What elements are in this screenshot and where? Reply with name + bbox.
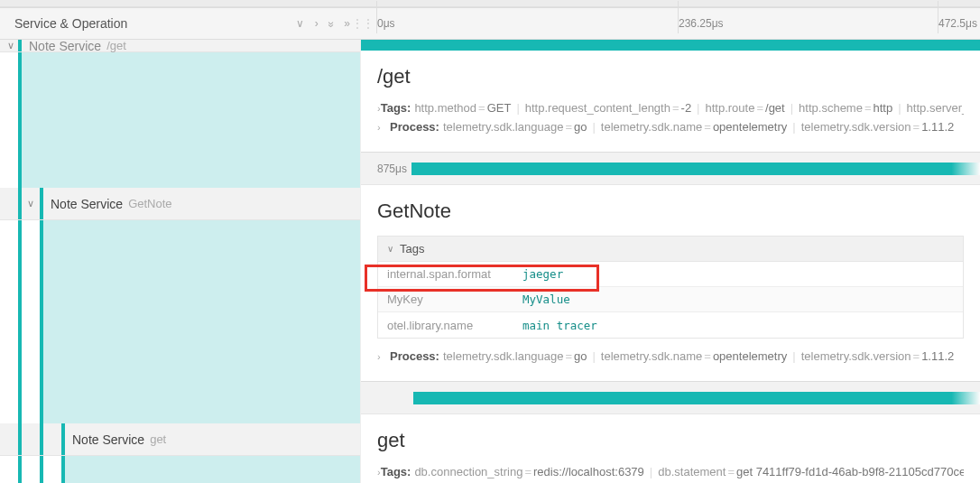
- span-tree: ∨ Note Service /get ∨ Note Service GetNo…: [0, 40, 361, 483]
- timeline-tick: 472.5μs: [938, 17, 977, 30]
- tags-table: internal.span.format jaeger MyKey MyValu…: [377, 261, 964, 339]
- window-chrome-strip: [0, 0, 980, 7]
- span-bar-row: 875μs: [361, 153, 980, 185]
- span-title: get: [377, 429, 964, 452]
- tags-section-header[interactable]: ∨ Tags: [377, 236, 964, 261]
- tag-row[interactable]: internal.span.format jaeger: [378, 262, 963, 287]
- service-label: Note Service: [51, 197, 123, 211]
- span-duration-bar: [411, 163, 980, 175]
- span-detail-panel: /get › Tags: http.method=GET | http.requ…: [361, 40, 980, 153]
- operation-label: /get: [106, 40, 126, 52]
- span-row[interactable]: ∨ Note Service GetNote: [0, 188, 360, 220]
- chevron-down-icon[interactable]: ∨: [387, 244, 400, 254]
- span-detail-panel: get › Tags: db.connection_string=redis:/…: [361, 414, 980, 483]
- timeline-tick: 236.25μs: [679, 17, 724, 30]
- chevron-right-icon[interactable]: ›: [377, 351, 390, 362]
- service-label: Note Service: [72, 432, 144, 447]
- tags-expanded-section: ∨ Tags internal.span.format jaeger MyKey…: [377, 236, 964, 339]
- collapse-all-icon[interactable]: ∨: [292, 15, 308, 32]
- operation-label: GetNote: [128, 197, 171, 210]
- column-resize-grip[interactable]: ⋮⋮: [361, 8, 370, 39]
- chevron-right-icon[interactable]: ›: [377, 122, 390, 133]
- process-collapsed-line[interactable]: › Process: telemetry.sdk.language=go | t…: [377, 120, 964, 134]
- span-duration-bar: [361, 40, 980, 51]
- timeline-tick: 0μs: [377, 17, 395, 30]
- span-title: GetNote: [377, 200, 964, 223]
- duration-label: 875μs: [377, 163, 407, 175]
- expand-one-icon[interactable]: ›: [311, 15, 322, 32]
- chevron-down-icon[interactable]: ∨: [23, 198, 38, 209]
- services-column-title: Service & Operation: [14, 16, 292, 31]
- process-collapsed-line[interactable]: › Process: telemetry.sdk.language=go | t…: [377, 349, 964, 363]
- service-label: Note Service: [29, 40, 101, 53]
- chevron-down-icon[interactable]: ∨: [4, 40, 18, 51]
- collapse-children-icon[interactable]: »: [323, 18, 339, 30]
- tags-collapsed-line[interactable]: › Tags: db.connection_string=redis://loc…: [377, 465, 964, 478]
- span-title: /get: [377, 65, 964, 88]
- span-duration-bar: [413, 392, 980, 404]
- span-row[interactable]: Note Service get: [0, 423, 360, 456]
- tag-row[interactable]: MyKey MyValue: [378, 287, 963, 312]
- span-detail-column: /get › Tags: http.method=GET | http.requ…: [361, 40, 980, 483]
- timeline-header[interactable]: ⋮⋮ 0μs 236.25μs 472.5μs: [361, 8, 980, 39]
- operation-label: get: [150, 432, 166, 446]
- span-detail-panel: GetNote ∨ Tags internal.span.format jaeg…: [361, 185, 980, 382]
- tag-row[interactable]: otel.library.name main tracer: [378, 312, 963, 338]
- tree-controls: ∨ › » »: [292, 15, 354, 32]
- tags-collapsed-line[interactable]: › Tags: http.method=GET | http.request_c…: [377, 101, 964, 115]
- columns-header: Service & Operation ∨ › » » ⋮⋮ 0μs 236.2…: [0, 7, 980, 40]
- span-bar-row: [361, 382, 980, 414]
